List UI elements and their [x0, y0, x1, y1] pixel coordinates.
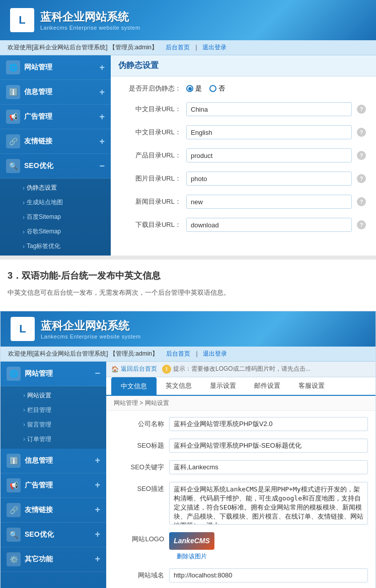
sub-google-sitemap[interactable]: › 谷歌Sitemap [0, 224, 111, 239]
sub-label-sitemap: 生成站点地图 [27, 198, 63, 207]
sub-tag[interactable]: › Tag标签优化 [0, 239, 111, 254]
sub2-label-message: 留言管理 [27, 421, 51, 429]
tabs: 中文信息 英文信息 显示设置 邮件设置 客服设置 [106, 377, 375, 396]
content-area-2: 🏠 返回后台首页 ! 提示：需要修改LOGO或二维码图片时，请先点击... 中文… [106, 362, 375, 588]
backend-home-link-2[interactable]: 后台首页 [166, 350, 190, 357]
tab-english[interactable]: 英文信息 [157, 377, 201, 395]
logo-title-2: 蓝科企业网站系统 [41, 318, 141, 333]
toolbar-tip: ! 提示：需要修改LOGO或二维码图片时，请先点击... [162, 365, 311, 374]
main-layout-1: 🌐 网站管理 + ℹ️ 信息管理 + 📢 广告管理 + [0, 55, 376, 256]
logo-content: L 蓝科企业网站系统 Lankecms Enterprise website s… [10, 8, 140, 32]
input-news[interactable] [186, 195, 352, 209]
sidebar-item-seo[interactable]: 🔍 SEO优化 − [0, 154, 111, 179]
back-home-link[interactable]: 🏠 返回后台首页 [111, 365, 157, 373]
input-domain[interactable] [169, 568, 368, 582]
sidebar-item-website[interactable]: 🌐 网站管理 + [0, 55, 111, 80]
sidebar-1: 🌐 网站管理 + ℹ️ 信息管理 + 📢 广告管理 + [0, 55, 111, 256]
radio-yes[interactable]: 是 [186, 84, 202, 93]
backend-home-link[interactable]: 后台首页 [166, 44, 190, 51]
toolbar: 🏠 返回后台首页 ! 提示：需要修改LOGO或二维码图片时，请先点击... [106, 362, 375, 377]
sidebar-label-seo: SEO优化 [24, 161, 53, 171]
logo-bar-2: L 蓝科企业网站系统 Lankecms Enterprise website s… [1, 311, 375, 347]
logo-title: 蓝科企业网站系统 [40, 10, 140, 25]
sub2-website-settings[interactable]: › 网站设置 [1, 388, 106, 403]
logo-subtitle: Lankecms Enterprise website system [40, 25, 140, 31]
help-product[interactable]: ? [357, 151, 366, 160]
company-label: 公司名称 [114, 417, 164, 429]
sub-sitemap[interactable]: › 生成站点地图 [0, 195, 111, 210]
seo-desc-label: SEO描述 [114, 482, 164, 493]
help-english[interactable]: ? [357, 128, 366, 137]
sidebar-label-ad: 广告管理 [24, 112, 52, 121]
section-3: 3．双语功能-后台统一发布中英文信息 中英文信息可在后台统一发布，无需发布两次，… [0, 260, 376, 311]
admin-label: 【管理员:admin】 [109, 44, 158, 51]
sidebar-item-ad[interactable]: 📢 广告管理 + [0, 105, 111, 129]
sub2-label-settings: 网站设置 [27, 391, 51, 400]
sub-label-static: 伪静态设置 [27, 184, 57, 192]
content-area-1: 伪静态设置 是否开启伪静态： 是 否 [111, 55, 376, 256]
sidebar2-label-info: 信息管理 [25, 456, 53, 465]
sidebar2-item-links[interactable]: 🔗 友情链接 + [1, 498, 106, 523]
cms-block-1: L 蓝科企业网站系统 Lankecms Enterprise website s… [0, 0, 376, 256]
tab-display[interactable]: 显示设置 [201, 377, 245, 395]
help-news[interactable]: ? [357, 197, 366, 206]
seo-icon-2: 🔍 [7, 528, 21, 542]
sub2-column[interactable]: › 栏目管理 [1, 403, 106, 417]
sub-baidu-sitemap[interactable]: › 百度Sitemap [0, 210, 111, 224]
admin-label-2: 【管理员:admin】 [110, 350, 158, 357]
logo-text-2: 蓝科企业网站系统 Lankecms Enterprise website sys… [41, 318, 141, 340]
sidebar-item-info[interactable]: ℹ️ 信息管理 + [0, 80, 111, 105]
sidebar2-label-seo: SEO优化 [25, 530, 54, 539]
website-icon-2: 🌐 [7, 367, 21, 381]
main-layout-2: 🌐 网站管理 − › 网站设置 › 栏目管理 › 留言管理 [1, 362, 375, 588]
sidebar2-label-ad: 广告管理 [25, 481, 53, 490]
form-row-download: 下载目录URL： ? [121, 218, 366, 232]
input-seo-desc[interactable]: 蓝科企业网站系统LankeCMS是采用PHP+My模式进行开发的，架构清晰、代码… [169, 482, 368, 525]
tab-chinese[interactable]: 中文信息 [111, 377, 157, 395]
sidebar2-item-seo[interactable]: 🔍 SEO优化 + [1, 523, 106, 547]
tab-service[interactable]: 客服设置 [289, 377, 334, 395]
logo-delete-btn[interactable]: 删除该图片 [169, 552, 214, 561]
input-download[interactable] [186, 218, 352, 232]
sub-label-baidu: 百度Sitemap [27, 213, 61, 221]
radio-no[interactable]: 否 [209, 84, 225, 93]
input-product[interactable] [186, 148, 352, 162]
sub2-label-order: 订单管理 [27, 435, 51, 444]
sub2-message[interactable]: › 留言管理 [1, 417, 106, 432]
help-photo[interactable]: ? [357, 174, 366, 183]
help-china[interactable]: ? [357, 105, 366, 114]
sidebar2-label-links: 友情链接 [25, 506, 53, 515]
input-english[interactable] [186, 125, 352, 139]
sidebar2-label-website: 网站管理 [25, 369, 53, 378]
top-nav: 欢迎使用[蓝科企业网站后台管理系统] 【管理员:admin】 后台首页 ｜ 退出… [0, 40, 376, 55]
input-photo[interactable] [186, 172, 352, 186]
radio-group-enable: 是 否 [186, 84, 225, 93]
label-photo: 图片目录URL： [121, 174, 181, 183]
input-seo-keyword[interactable] [169, 460, 368, 474]
sidebar-item-links[interactable]: 🔗 友情链接 + [0, 129, 111, 154]
section3-title: 3．双语功能-后台统一发布中英文信息 [8, 270, 368, 282]
sub2-order[interactable]: › 订单管理 [1, 432, 106, 447]
form-row-enable: 是否开启伪静态： 是 否 [121, 84, 366, 93]
welcome-text: 欢迎使用[蓝科企业网站后台管理系统] [8, 44, 108, 51]
sidebar2-item-website[interactable]: 🌐 网站管理 − [1, 362, 106, 386]
sub-label-google: 谷歌Sitemap [27, 227, 61, 236]
input-china[interactable] [186, 102, 352, 116]
back-text: 返回后台首页 [121, 365, 157, 373]
sidebar2-item-ad[interactable]: 📢 广告管理 + [1, 473, 106, 498]
ad-icon-2: 📢 [7, 478, 21, 492]
logout-link-2[interactable]: 退出登录 [203, 350, 227, 357]
input-seo-title[interactable] [169, 439, 368, 453]
input-company[interactable] [169, 417, 368, 431]
seo-keyword-label: SEO关键字 [114, 460, 164, 472]
breadcrumb: 网站管理 > 网站设置 [106, 396, 375, 411]
form-row-english: 中文目录URL： ? [121, 125, 366, 139]
tab-email[interactable]: 邮件设置 [245, 377, 289, 395]
sub-static-settings[interactable]: › 伪静态设置 [0, 181, 111, 195]
sidebar2-item-info[interactable]: ℹ️ 信息管理 + [1, 449, 106, 473]
logout-link[interactable]: 退出登录 [202, 44, 227, 51]
help-download[interactable]: ? [357, 220, 366, 229]
sidebar-label-website: 网站管理 [24, 63, 52, 72]
label-product: 产品目录URL： [121, 151, 181, 160]
sidebar2-item-other[interactable]: ⚙️ 其它功能 + [1, 547, 106, 572]
